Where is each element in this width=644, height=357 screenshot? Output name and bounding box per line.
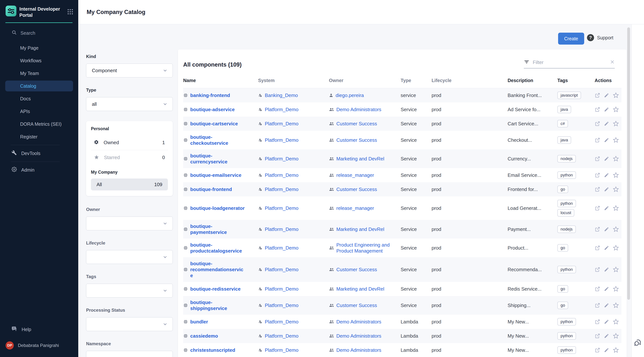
sidebar-item-admin[interactable]: Admin xyxy=(0,164,78,176)
sidebar-item-my-page[interactable]: My Page xyxy=(0,42,78,54)
edit-icon[interactable] xyxy=(604,245,609,250)
open-in-new-icon[interactable] xyxy=(594,226,600,232)
table-row[interactable]: boutique-shippingservice Platform_Demo C… xyxy=(183,296,622,315)
edit-icon[interactable] xyxy=(604,347,609,353)
sidebar-item-catalog[interactable]: Catalog xyxy=(0,80,78,92)
starred-filter[interactable]: Starred 0 xyxy=(91,150,168,165)
table-row[interactable]: boutique-cartservice Platform_Demo Custo… xyxy=(183,117,622,131)
owner-link[interactable]: Product Engineering and Product Manageme… xyxy=(336,242,394,254)
star-icon[interactable] xyxy=(613,226,619,232)
sidebar-item-workflows[interactable]: Workflows xyxy=(0,54,78,67)
table-filter-input[interactable] xyxy=(533,60,606,65)
system-link[interactable]: Platform_Demo xyxy=(265,245,298,251)
open-in-new-icon[interactable] xyxy=(594,121,600,126)
edit-icon[interactable] xyxy=(604,286,609,291)
create-button[interactable]: Create xyxy=(558,33,584,45)
edit-icon[interactable] xyxy=(604,227,609,232)
owner-link[interactable]: Demo Administrators xyxy=(336,333,381,339)
table-row[interactable]: boutique-loadgenerator Platform_Demo rel… xyxy=(183,196,622,220)
system-link[interactable]: Platform_Demo xyxy=(265,347,298,353)
table-row[interactable]: christestunscripted Platform_Demo Demo A… xyxy=(183,343,622,357)
col-owner[interactable]: Owner xyxy=(329,78,401,83)
apps-grid-icon[interactable] xyxy=(68,9,73,15)
owner-link[interactable]: Marketing and DevRel xyxy=(336,156,384,162)
star-icon[interactable] xyxy=(613,347,619,353)
system-link[interactable]: Banking_Demo xyxy=(265,93,298,98)
table-row[interactable]: banking-frontend Banking_Demo diego.pere… xyxy=(183,88,622,102)
col-type[interactable]: Type xyxy=(401,78,432,83)
system-link[interactable]: Platform_Demo xyxy=(265,226,298,232)
all-filter[interactable]: All 109 xyxy=(91,179,168,190)
system-link[interactable]: Platform_Demo xyxy=(265,205,298,211)
owner-select[interactable] xyxy=(86,217,173,230)
owner-link[interactable]: Demo Administrators xyxy=(336,319,381,325)
owner-link[interactable]: Customer Success xyxy=(336,302,377,308)
processing-status-select[interactable] xyxy=(86,317,173,331)
open-in-new-icon[interactable] xyxy=(594,267,600,272)
star-icon[interactable] xyxy=(613,333,619,339)
edit-icon[interactable] xyxy=(604,303,609,308)
star-icon[interactable] xyxy=(613,107,619,113)
edit-icon[interactable] xyxy=(604,267,609,272)
system-link[interactable]: Platform_Demo xyxy=(265,267,298,272)
app-logo[interactable] xyxy=(6,6,16,17)
star-icon[interactable] xyxy=(613,245,619,251)
system-link[interactable]: Platform_Demo xyxy=(265,172,298,178)
owner-link[interactable]: Customer Success xyxy=(336,121,377,127)
component-link[interactable]: boutique-loadgenerator xyxy=(190,205,245,211)
system-link[interactable]: Platform_Demo xyxy=(265,333,298,339)
open-in-new-icon[interactable] xyxy=(594,245,600,251)
open-in-new-icon[interactable] xyxy=(594,319,600,324)
scrollbar-thumb[interactable] xyxy=(627,28,630,300)
table-row[interactable]: boutique-frontend Platform_Demo Customer… xyxy=(183,182,622,196)
star-icon[interactable] xyxy=(613,266,619,272)
open-in-new-icon[interactable] xyxy=(594,347,600,353)
star-icon[interactable] xyxy=(613,92,619,98)
table-row[interactable]: boutique-adservice Platform_Demo Demo Ad… xyxy=(183,102,622,117)
star-icon[interactable] xyxy=(613,137,619,143)
owner-link[interactable]: Marketing and DevRel xyxy=(336,226,384,232)
open-in-new-icon[interactable] xyxy=(594,286,600,292)
edit-icon[interactable] xyxy=(604,107,609,112)
sidebar-item-dora-metrics[interactable]: DORA Metrics (SEI) xyxy=(0,118,78,130)
component-link[interactable]: boutique-checkoutservice xyxy=(190,134,246,146)
star-icon[interactable] xyxy=(613,302,619,308)
lifecycle-select[interactable] xyxy=(86,250,173,264)
kind-select[interactable]: Component xyxy=(86,64,173,77)
system-link[interactable]: Platform_Demo xyxy=(265,286,298,292)
open-in-new-icon[interactable] xyxy=(594,172,600,178)
star-icon[interactable] xyxy=(613,156,619,162)
edit-icon[interactable] xyxy=(604,319,609,324)
edit-icon[interactable] xyxy=(604,206,609,211)
sidebar-item-help[interactable]: ? Help xyxy=(0,323,78,336)
user-menu[interactable]: DP Debabrata Panigrahi xyxy=(0,341,78,357)
sidebar-item-register[interactable]: Register xyxy=(0,130,78,143)
star-icon[interactable] xyxy=(613,172,619,178)
star-icon[interactable] xyxy=(613,205,619,211)
edit-icon[interactable] xyxy=(604,93,609,98)
col-system[interactable]: System xyxy=(258,78,329,83)
system-link[interactable]: Platform_Demo xyxy=(265,107,298,113)
table-row[interactable]: boutique-currencyservice Platform_Demo M… xyxy=(183,149,622,168)
open-in-new-icon[interactable] xyxy=(594,137,600,143)
component-link[interactable]: christestunscripted xyxy=(190,347,235,353)
component-link[interactable]: boutique-recommendationservice xyxy=(190,261,246,278)
component-link[interactable]: boutique-redisservice xyxy=(190,286,240,292)
open-in-new-icon[interactable] xyxy=(594,333,600,339)
open-in-new-icon[interactable] xyxy=(594,107,600,112)
table-row[interactable]: boutique-paymentservice Platform_Demo Ma… xyxy=(183,220,622,239)
sidebar-search[interactable]: Search xyxy=(0,27,78,39)
owner-link[interactable]: diego.pereira xyxy=(336,92,364,98)
edit-icon[interactable] xyxy=(604,137,609,143)
edit-icon[interactable] xyxy=(604,187,609,192)
system-link[interactable]: Platform_Demo xyxy=(265,302,298,308)
table-row[interactable]: boutique-productcatalogservice Platform_… xyxy=(183,239,622,257)
tags-select[interactable] xyxy=(86,284,173,297)
edit-icon[interactable] xyxy=(604,121,609,126)
namespace-select[interactable] xyxy=(86,351,173,357)
system-link[interactable]: Platform_Demo xyxy=(265,156,298,162)
star-icon[interactable] xyxy=(613,286,619,292)
system-link[interactable]: Platform_Demo xyxy=(265,319,298,325)
table-row[interactable]: boutique-redisservice Platform_Demo Mark… xyxy=(183,282,622,296)
table-row[interactable]: bundler Platform_Demo Demo Administrator… xyxy=(183,315,622,329)
